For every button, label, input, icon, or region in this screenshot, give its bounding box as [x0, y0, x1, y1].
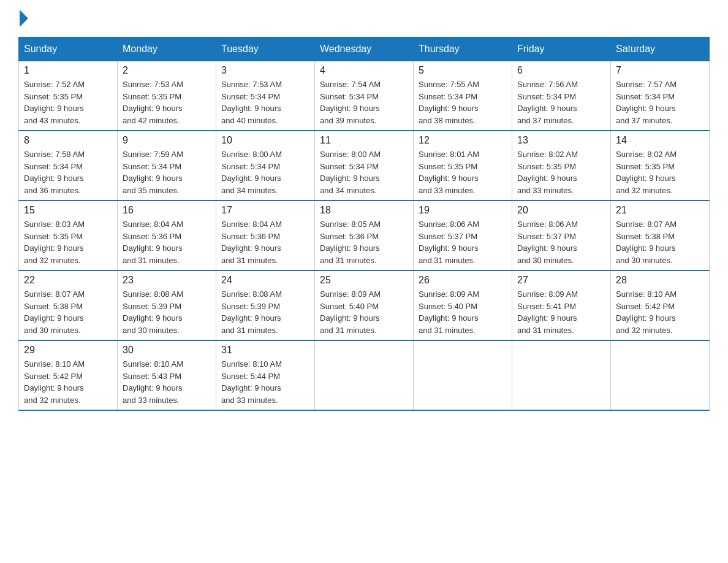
day-info: Sunrise: 7:55 AMSunset: 5:34 PMDaylight:… — [419, 79, 507, 126]
day-info: Sunrise: 8:09 AMSunset: 5:40 PMDaylight:… — [419, 288, 507, 336]
calendar-week-row: 1Sunrise: 7:52 AMSunset: 5:35 PMDaylight… — [19, 61, 710, 131]
day-info: Sunrise: 8:02 AMSunset: 5:35 PMDaylight:… — [517, 148, 605, 196]
calendar-cell — [611, 340, 710, 410]
calendar-cell: 1Sunrise: 7:52 AMSunset: 5:35 PMDaylight… — [19, 61, 118, 131]
day-number: 23 — [123, 275, 211, 286]
calendar-week-row: 29Sunrise: 8:10 AMSunset: 5:42 PMDayligh… — [19, 340, 710, 410]
day-info: Sunrise: 8:02 AMSunset: 5:35 PMDaylight:… — [616, 148, 704, 196]
day-info: Sunrise: 8:10 AMSunset: 5:42 PMDaylight:… — [616, 288, 704, 336]
calendar-cell: 8Sunrise: 7:58 AMSunset: 5:34 PMDaylight… — [19, 131, 118, 201]
calendar-cell: 4Sunrise: 7:54 AMSunset: 5:34 PMDaylight… — [315, 61, 414, 131]
day-info: Sunrise: 8:06 AMSunset: 5:37 PMDaylight:… — [419, 218, 507, 266]
day-number: 30 — [123, 345, 211, 356]
day-info: Sunrise: 8:10 AMSunset: 5:43 PMDaylight:… — [123, 358, 211, 406]
day-info: Sunrise: 7:59 AMSunset: 5:34 PMDaylight:… — [123, 148, 211, 196]
header-cell-friday: Friday — [512, 37, 611, 61]
day-number: 2 — [123, 65, 211, 76]
header-cell-thursday: Thursday — [414, 37, 512, 61]
calendar-cell: 7Sunrise: 7:57 AMSunset: 5:34 PMDaylight… — [611, 61, 710, 131]
day-number: 9 — [123, 135, 211, 146]
day-number: 13 — [517, 135, 605, 146]
header-cell-sunday: Sunday — [19, 37, 118, 61]
calendar-cell: 6Sunrise: 7:56 AMSunset: 5:34 PMDaylight… — [512, 61, 611, 131]
calendar-cell — [512, 340, 611, 410]
day-number: 25 — [320, 275, 408, 286]
day-number: 1 — [24, 65, 112, 76]
day-number: 16 — [123, 205, 211, 216]
day-info: Sunrise: 8:10 AMSunset: 5:42 PMDaylight:… — [24, 358, 112, 406]
day-number: 18 — [320, 205, 408, 216]
day-info: Sunrise: 8:08 AMSunset: 5:39 PMDaylight:… — [221, 288, 309, 336]
day-number: 3 — [221, 65, 309, 76]
day-number: 12 — [419, 135, 507, 146]
calendar-cell: 17Sunrise: 8:04 AMSunset: 5:36 PMDayligh… — [216, 201, 315, 270]
day-info: Sunrise: 8:09 AMSunset: 5:40 PMDaylight:… — [320, 288, 408, 336]
day-info: Sunrise: 7:52 AMSunset: 5:35 PMDaylight:… — [24, 79, 112, 126]
day-number: 14 — [616, 135, 704, 146]
day-info: Sunrise: 8:00 AMSunset: 5:34 PMDaylight:… — [221, 148, 309, 196]
day-number: 28 — [616, 275, 704, 286]
calendar-cell: 19Sunrise: 8:06 AMSunset: 5:37 PMDayligh… — [414, 201, 512, 270]
day-info: Sunrise: 7:57 AMSunset: 5:34 PMDaylight:… — [616, 79, 704, 126]
calendar-cell: 16Sunrise: 8:04 AMSunset: 5:36 PMDayligh… — [118, 201, 216, 270]
day-number: 17 — [221, 205, 309, 216]
day-info: Sunrise: 8:07 AMSunset: 5:38 PMDaylight:… — [616, 218, 704, 266]
logo-triangle-icon — [20, 10, 28, 27]
calendar-cell: 3Sunrise: 7:53 AMSunset: 5:34 PMDaylight… — [216, 61, 315, 131]
day-info: Sunrise: 7:53 AMSunset: 5:34 PMDaylight:… — [221, 79, 309, 126]
day-info: Sunrise: 8:10 AMSunset: 5:44 PMDaylight:… — [221, 358, 309, 406]
day-number: 22 — [24, 275, 112, 286]
day-info: Sunrise: 8:09 AMSunset: 5:41 PMDaylight:… — [517, 288, 605, 336]
calendar-cell: 24Sunrise: 8:08 AMSunset: 5:39 PMDayligh… — [216, 270, 315, 340]
day-number: 19 — [419, 205, 507, 216]
day-number: 21 — [616, 205, 704, 216]
day-number: 5 — [419, 65, 507, 76]
calendar-cell — [414, 340, 512, 410]
calendar-week-row: 15Sunrise: 8:03 AMSunset: 5:35 PMDayligh… — [19, 201, 710, 270]
calendar-cell: 29Sunrise: 8:10 AMSunset: 5:42 PMDayligh… — [19, 340, 118, 410]
day-info: Sunrise: 8:06 AMSunset: 5:37 PMDaylight:… — [517, 218, 605, 266]
day-number: 20 — [517, 205, 605, 216]
calendar-week-row: 8Sunrise: 7:58 AMSunset: 5:34 PMDaylight… — [19, 131, 710, 201]
calendar-cell: 11Sunrise: 8:00 AMSunset: 5:34 PMDayligh… — [315, 131, 414, 201]
day-info: Sunrise: 8:05 AMSunset: 5:36 PMDaylight:… — [320, 218, 408, 266]
calendar-cell: 10Sunrise: 8:00 AMSunset: 5:34 PMDayligh… — [216, 131, 315, 201]
calendar-cell: 15Sunrise: 8:03 AMSunset: 5:35 PMDayligh… — [19, 201, 118, 270]
header-cell-monday: Monday — [118, 37, 216, 61]
day-info: Sunrise: 8:03 AMSunset: 5:35 PMDaylight:… — [24, 218, 112, 266]
calendar-cell: 5Sunrise: 7:55 AMSunset: 5:34 PMDaylight… — [414, 61, 512, 131]
calendar-header-row: SundayMondayTuesdayWednesdayThursdayFrid… — [19, 37, 710, 61]
day-info: Sunrise: 8:04 AMSunset: 5:36 PMDaylight:… — [221, 218, 309, 266]
calendar-cell: 18Sunrise: 8:05 AMSunset: 5:36 PMDayligh… — [315, 201, 414, 270]
calendar-cell: 20Sunrise: 8:06 AMSunset: 5:37 PMDayligh… — [512, 201, 611, 270]
calendar-cell: 28Sunrise: 8:10 AMSunset: 5:42 PMDayligh… — [611, 270, 710, 340]
day-number: 11 — [320, 135, 408, 146]
day-number: 10 — [221, 135, 309, 146]
day-number: 29 — [24, 345, 112, 356]
day-info: Sunrise: 8:01 AMSunset: 5:35 PMDaylight:… — [419, 148, 507, 196]
header-cell-tuesday: Tuesday — [216, 37, 315, 61]
logo — [18, 12, 28, 25]
header-cell-wednesday: Wednesday — [315, 37, 414, 61]
calendar-cell: 9Sunrise: 7:59 AMSunset: 5:34 PMDaylight… — [118, 131, 216, 201]
calendar-cell: 31Sunrise: 8:10 AMSunset: 5:44 PMDayligh… — [216, 340, 315, 410]
day-number: 7 — [616, 65, 704, 76]
day-number: 27 — [517, 275, 605, 286]
day-number: 8 — [24, 135, 112, 146]
calendar-cell: 30Sunrise: 8:10 AMSunset: 5:43 PMDayligh… — [118, 340, 216, 410]
day-info: Sunrise: 8:04 AMSunset: 5:36 PMDaylight:… — [123, 218, 211, 266]
header-cell-saturday: Saturday — [611, 37, 710, 61]
day-info: Sunrise: 8:00 AMSunset: 5:34 PMDaylight:… — [320, 148, 408, 196]
calendar-cell: 27Sunrise: 8:09 AMSunset: 5:41 PMDayligh… — [512, 270, 611, 340]
calendar-cell: 13Sunrise: 8:02 AMSunset: 5:35 PMDayligh… — [512, 131, 611, 201]
calendar-cell — [315, 340, 414, 410]
calendar-cell: 14Sunrise: 8:02 AMSunset: 5:35 PMDayligh… — [611, 131, 710, 201]
day-info: Sunrise: 7:54 AMSunset: 5:34 PMDaylight:… — [320, 79, 408, 126]
day-number: 6 — [517, 65, 605, 76]
day-info: Sunrise: 8:08 AMSunset: 5:39 PMDaylight:… — [123, 288, 211, 336]
calendar-cell: 25Sunrise: 8:09 AMSunset: 5:40 PMDayligh… — [315, 270, 414, 340]
day-info: Sunrise: 7:53 AMSunset: 5:35 PMDaylight:… — [123, 79, 211, 126]
calendar-table: SundayMondayTuesdayWednesdayThursdayFrid… — [18, 37, 710, 411]
calendar-cell: 22Sunrise: 8:07 AMSunset: 5:38 PMDayligh… — [19, 270, 118, 340]
day-number: 4 — [320, 65, 408, 76]
